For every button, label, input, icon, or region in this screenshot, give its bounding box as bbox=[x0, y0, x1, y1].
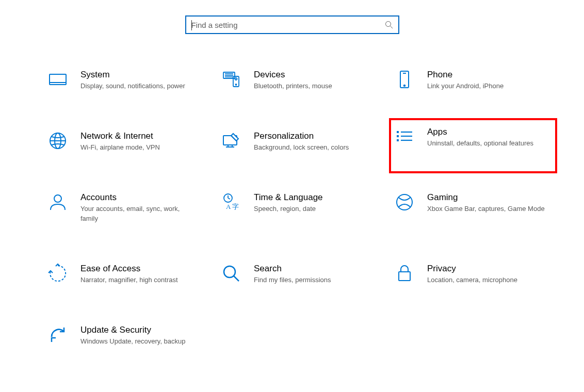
tile-apps[interactable]: Apps Uninstall, defaults, optional featu… bbox=[389, 118, 557, 173]
search-icon bbox=[385, 21, 393, 29]
tile-title: System bbox=[80, 69, 198, 80]
tile-subtitle: Speech, region, date bbox=[254, 204, 371, 214]
svg-rect-37 bbox=[399, 272, 410, 281]
devices-icon bbox=[221, 69, 241, 90]
search-category-icon bbox=[221, 263, 241, 284]
tile-time-language[interactable]: A 字 Time & Language Speech, region, date bbox=[221, 188, 376, 228]
tile-system[interactable]: System Display, sound, notifications, po… bbox=[47, 65, 202, 95]
tile-update-security[interactable]: Update & Security Windows Update, recove… bbox=[47, 320, 202, 351]
tile-subtitle: Xbox Game Bar, captures, Game Mode bbox=[427, 204, 545, 214]
tile-subtitle: Narrator, magnifier, high contrast bbox=[80, 275, 198, 285]
svg-rect-24 bbox=[397, 139, 399, 141]
tile-subtitle: Wi-Fi, airplane mode, VPN bbox=[80, 143, 198, 153]
privacy-icon bbox=[394, 263, 415, 284]
svg-point-35 bbox=[224, 266, 235, 277]
tile-personalization[interactable]: Personalization Background, lock screen,… bbox=[221, 126, 376, 157]
svg-point-13 bbox=[404, 85, 405, 87]
tile-title: Search bbox=[254, 263, 371, 274]
tile-devices[interactable]: Devices Bluetooth, printers, mouse bbox=[221, 65, 376, 95]
tile-subtitle: Your accounts, email, sync, work, family bbox=[80, 204, 198, 224]
tile-subtitle: Background, lock screen, colors bbox=[254, 143, 371, 153]
tile-title: Phone bbox=[427, 69, 545, 80]
settings-grid: System Display, sound, notifications, po… bbox=[41, 65, 543, 351]
tile-title: Accounts bbox=[80, 192, 198, 203]
svg-rect-23 bbox=[397, 135, 399, 137]
tile-subtitle: Link your Android, iPhone bbox=[427, 81, 545, 91]
tile-title: Privacy bbox=[427, 263, 545, 274]
svg-text:字: 字 bbox=[232, 203, 239, 210]
svg-point-9 bbox=[235, 78, 237, 80]
update-icon bbox=[47, 324, 68, 345]
tile-subtitle: Windows Update, recovery, backup bbox=[80, 337, 198, 347]
phone-icon bbox=[394, 69, 415, 90]
time-language-icon: A 字 bbox=[221, 192, 241, 213]
tile-privacy[interactable]: Privacy Location, camera, microphone bbox=[394, 259, 549, 289]
personalization-icon bbox=[221, 130, 241, 151]
svg-line-1 bbox=[390, 26, 393, 29]
apps-icon bbox=[394, 126, 415, 147]
tile-title: Gaming bbox=[427, 192, 545, 203]
svg-line-36 bbox=[234, 276, 239, 281]
svg-line-31 bbox=[228, 198, 230, 199]
text-caret bbox=[191, 20, 192, 30]
tile-phone[interactable]: Phone Link your Android, iPhone bbox=[394, 65, 549, 95]
accounts-icon bbox=[47, 192, 68, 213]
svg-point-28 bbox=[54, 195, 61, 202]
globe-icon bbox=[47, 130, 68, 151]
tile-ease-of-access[interactable]: Ease of Access Narrator, magnifier, high… bbox=[47, 259, 202, 289]
svg-point-0 bbox=[385, 22, 391, 27]
tile-title: Ease of Access bbox=[80, 263, 198, 274]
search-input[interactable] bbox=[191, 21, 385, 29]
tile-accounts[interactable]: Accounts Your accounts, email, sync, wor… bbox=[47, 188, 202, 228]
tile-search[interactable]: Search Find my files, permissions bbox=[221, 259, 376, 289]
tile-title: Personalization bbox=[254, 130, 371, 142]
tile-title: Devices bbox=[254, 69, 371, 80]
tile-title: Update & Security bbox=[80, 324, 198, 336]
tile-title: Time & Language bbox=[254, 192, 371, 203]
tile-gaming[interactable]: Gaming Xbox Game Bar, captures, Game Mod… bbox=[394, 188, 549, 228]
tile-title: Apps bbox=[427, 126, 549, 138]
search-container bbox=[0, 0, 584, 65]
svg-rect-22 bbox=[397, 131, 399, 133]
system-icon bbox=[47, 69, 68, 90]
svg-text:A: A bbox=[226, 203, 231, 210]
tile-subtitle: Find my files, permissions bbox=[254, 275, 371, 285]
tile-subtitle: Uninstall, defaults, optional features bbox=[427, 139, 549, 149]
svg-point-34 bbox=[397, 194, 412, 210]
tile-network[interactable]: Network & Internet Wi-Fi, airplane mode,… bbox=[47, 126, 202, 157]
svg-point-10 bbox=[236, 84, 237, 85]
tile-subtitle: Location, camera, microphone bbox=[427, 275, 545, 285]
gaming-icon bbox=[394, 192, 415, 213]
ease-of-access-icon bbox=[47, 263, 68, 284]
tile-title: Network & Internet bbox=[80, 130, 198, 142]
search-box[interactable] bbox=[185, 15, 399, 34]
tile-subtitle: Display, sound, notifications, power bbox=[80, 81, 198, 91]
tile-subtitle: Bluetooth, printers, mouse bbox=[254, 81, 371, 91]
